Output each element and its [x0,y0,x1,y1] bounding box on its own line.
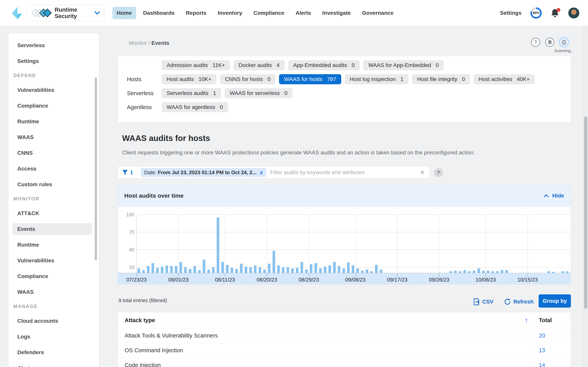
page-title: WAAS audits for hosts [122,133,210,143]
sidebar-item-runtime-monitor[interactable]: Runtime [8,237,99,253]
chip-label: CNNS for hosts [225,76,263,82]
chip-label: Host activities [478,76,512,82]
sidebar-item-compliance-monitor[interactable]: Compliance [8,268,99,284]
help-button[interactable]: ? [531,38,540,47]
page-scrollbar-thumb[interactable] [584,117,587,309]
table-row[interactable]: Code Injection 14 [118,358,571,367]
chip-app-embedded-audits[interactable]: App-Embedded audits0 [288,60,360,70]
notification-badge [556,8,560,12]
svg-text:09/26/23: 09/26/23 [429,277,449,283]
active-filter-count: 1 [130,169,133,175]
sidebar-item-cnns[interactable]: CNNS [8,145,99,161]
nav-item-reports[interactable]: Reports [182,7,211,19]
page-scrollbar[interactable] [583,26,588,367]
sidebar-item-waas-monitor[interactable]: WAAS [8,284,99,300]
group-by-button[interactable]: Group by [539,294,571,308]
total-link[interactable]: 14 [539,362,545,367]
breadcrumb-section[interactable]: Monitor [129,40,147,46]
sidebar-item-attack[interactable]: ATT&CK [8,205,99,221]
chip-host-file-integrity[interactable]: Host file integrity0 [412,74,470,84]
date-range-filter-chip[interactable]: Date: From Jul 23, 2023 01:14 PM to Oct … [141,168,266,177]
chip-label: WAAS for hosts [284,76,322,82]
top-navbar: Runtime Security Home Dashboards Reports… [0,0,588,26]
chip-row-label-hosts: Hosts [118,76,162,83]
breadcrumb: Monitor / Events [129,40,169,46]
chip-admission-audits[interactable]: Admission audits11K+ [162,60,230,70]
clear-filters-icon[interactable]: × [420,169,424,176]
product-switcher[interactable]: Runtime Security [27,5,105,21]
column-header-attack-type[interactable]: Attack type ↑ [118,312,534,328]
refresh-button[interactable]: Refresh [504,298,534,305]
chip-waas-for-hosts[interactable]: WAAS for hosts787 [279,74,341,84]
main-nav: Home Dashboards Reports Inventory Compli… [112,7,398,19]
nav-item-alerts[interactable]: Alerts [291,7,315,19]
hide-chart-button[interactable]: Hide [544,193,564,199]
chevron-down-icon [94,11,100,15]
svg-text:07/23/23: 07/23/23 [126,277,147,283]
sidebar-item-defenders[interactable]: Defenders [8,344,99,360]
prisma-cloud-logo [11,6,23,20]
chip-host-log-inspection[interactable]: Host log inspection1 [345,74,408,84]
sidebar-item-logs[interactable]: Logs [8,329,99,344]
nav-item-compliance[interactable]: Compliance [249,7,289,19]
scanning-label: Scanning... [554,49,574,53]
filter-help-button[interactable]: ? [434,168,443,177]
nav-item-inventory[interactable]: Inventory [213,7,246,19]
host-audits-bar-chart[interactable]: 10407010007/23/2308/01/2308/11/2308/20/2… [118,207,571,284]
sidebar-item-cloud-accounts[interactable]: Cloud accounts [8,313,99,329]
chip-count: 0 [220,104,223,110]
sidebar-scrollbar[interactable] [95,77,97,260]
alerts-bell-button[interactable] [545,38,554,47]
chip-waas-for-app-embedded[interactable]: WAAS for App-Embedded0 [363,60,444,70]
runtime-security-icon [31,8,53,18]
attack-type-cell: Attack Tools & Vulnerability Scanners [125,333,218,339]
chip-cnns-for-hosts[interactable]: CNNS for hosts0 [220,74,276,84]
total-link[interactable]: 20 [539,333,545,339]
attack-type-header-label: Attack type [125,317,155,324]
chip-host-audits[interactable]: Host audits10K+ [162,74,216,84]
chip-waas-for-serverless[interactable]: WAAS for serverless0 [225,88,293,98]
credits-progress-ring[interactable]: 80% [530,7,542,19]
nav-item-home[interactable]: Home [112,7,136,19]
sidebar-item-runtime-defend[interactable]: Runtime [8,114,99,129]
nav-item-governance[interactable]: Governance [358,7,398,19]
sidebar-item-waas-defend[interactable]: WAAS [8,129,99,145]
hide-label: Hide [552,193,564,199]
sidebar-item-vulnerabilities-defend[interactable]: Vulnerabilities [8,82,99,98]
table-row[interactable]: OS Command Injection 13 [118,343,571,358]
table-row[interactable]: Attack Tools & Vulnerability Scanners 20 [118,328,571,343]
sidebar-item-settings[interactable]: Settings [8,53,99,69]
chip-serverless-audits[interactable]: Serverless audits1 [162,88,221,98]
sidebar-item-alerts[interactable]: Alerts [8,360,99,367]
csv-export-button[interactable]: CSV [473,298,493,305]
nav-item-dashboards[interactable]: Dashboards [139,7,179,19]
sidebar-item-custom-rules[interactable]: Custom rules [8,176,99,192]
chip-waas-for-agentless[interactable]: WAAS for agentless0 [162,102,228,112]
chip-label: Admission audits [167,62,208,68]
attack-type-cell: OS Command Injection [125,347,183,354]
chip-docker-audits[interactable]: Docker audits4 [233,60,285,70]
sidebar-section-monitor: MONITOR [8,192,99,205]
user-avatar[interactable] [568,7,579,19]
total-link[interactable]: 13 [539,347,545,354]
svg-text:08/11/23: 08/11/23 [215,277,235,283]
sort-ascending-icon[interactable]: ↑ [525,316,528,324]
nav-item-investigate[interactable]: Investigate [318,7,355,19]
column-header-total[interactable]: Total [534,312,571,328]
chart-header: Host audits over time Hide [118,185,571,207]
chip-count: 10K+ [199,76,211,82]
svg-text:10/15/23: 10/15/23 [518,277,538,283]
audit-search-input[interactable] [270,169,420,175]
sidebar-item-serverless[interactable]: Serverless [8,37,99,53]
remove-date-filter-icon[interactable]: x [260,169,263,175]
sidebar-item-access[interactable]: Access [8,161,99,176]
svg-text:08/29/23: 08/29/23 [298,277,319,283]
svg-text:08/20/23: 08/20/23 [257,277,277,283]
sidebar-item-compliance-defend[interactable]: Compliance [8,98,99,114]
scanning-status-button[interactable] [559,38,569,47]
settings-link[interactable]: Settings [500,10,521,16]
chip-host-activities[interactable]: Host activities40K+ [474,74,535,84]
notifications-button[interactable] [551,8,559,18]
sidebar-item-vulnerabilities-monitor[interactable]: Vulnerabilities [8,253,99,268]
sidebar-item-events[interactable]: Events [12,223,92,235]
